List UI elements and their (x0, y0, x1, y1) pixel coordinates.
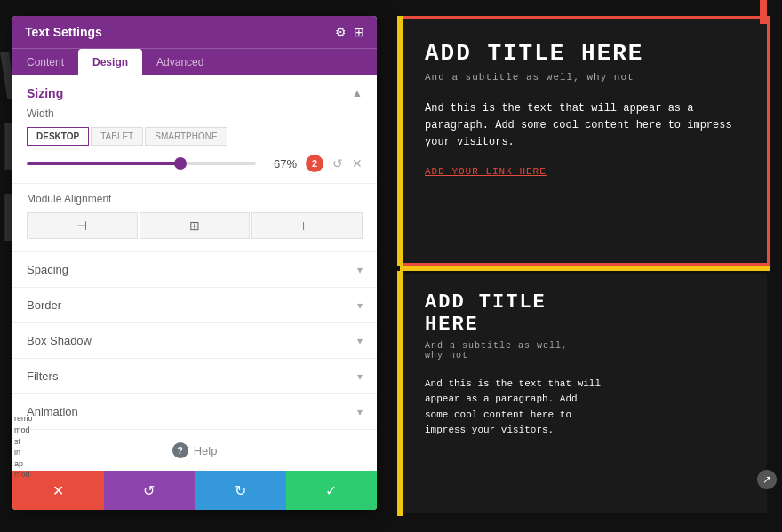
help-label[interactable]: Help (194, 444, 218, 457)
width-label: Width (27, 107, 363, 120)
tab-design[interactable]: Design (78, 49, 142, 75)
bottom-bar: ✕ ↺ ↻ ✓ (12, 471, 377, 510)
spacing-label: Spacing (27, 263, 68, 276)
badge-2: 2 (306, 155, 323, 172)
device-tab-smartphone[interactable]: SMARTPHONE (145, 127, 227, 146)
panel-body: Sizing ▲ Width DESKTOP TABLET SMARTPHONE (12, 75, 377, 471)
undo-button[interactable]: ↺ (104, 471, 196, 510)
card-bottom-title: ADD TITLEHERE (425, 291, 742, 336)
alignment-label: Module Alignment (27, 193, 363, 205)
save-button[interactable]: ✓ (286, 471, 378, 510)
border-label: Border (27, 298, 61, 312)
spacing-section[interactable]: Spacing ▾ (12, 252, 377, 288)
width-slider-row: 67% 2 ↺ ✕ (27, 155, 363, 172)
width-slider-track[interactable] (27, 162, 256, 165)
card-bottom-body: And this is the text that willappear as … (425, 377, 742, 439)
filters-chevron: ▾ (357, 370, 363, 383)
panel-title: Text Settings (25, 25, 102, 39)
device-tab-tablet[interactable]: TABLET (91, 127, 143, 146)
tab-advanced[interactable]: Advanced (142, 49, 218, 75)
sizing-title: Sizing (27, 86, 63, 100)
help-icon[interactable]: ? (172, 442, 188, 458)
clear-icon[interactable]: ✕ (352, 156, 363, 171)
device-tab-desktop[interactable]: DESKTOP (27, 127, 89, 146)
animation-label: Animation (27, 405, 78, 418)
tab-content[interactable]: Content (12, 49, 78, 75)
alignment-buttons: ⊣ ⊞ ⊢ (27, 212, 363, 239)
collapse-icon[interactable]: ⊞ (354, 25, 364, 39)
card-top-subtitle: And a subtitle as well, why not (425, 72, 742, 83)
card-bottom: ADD TITLEHERE And a subtitle as well,why… (400, 271, 770, 517)
filters-section[interactable]: Filters ▾ (12, 359, 377, 394)
box-shadow-section[interactable]: Box Shadow ▾ (12, 323, 377, 359)
card-top: ADD TITLE HERE And a subtitle as well, w… (400, 16, 770, 266)
animation-section[interactable]: Animation ▾ (12, 394, 377, 430)
overlay-text: remomodstinapmod (14, 413, 33, 480)
reset-icon[interactable]: ↺ (332, 156, 343, 171)
border-section[interactable]: Border ▾ (12, 288, 377, 323)
box-shadow-label: Box Shadow (27, 334, 92, 347)
content-area: ADD TITLE HERE And a subtitle as well, w… (400, 16, 770, 516)
module-alignment-section: Module Alignment ⊣ ⊞ ⊢ (12, 184, 377, 252)
box-shadow-chevron: ▾ (357, 335, 363, 347)
settings-icon[interactable]: ⚙ (335, 25, 347, 39)
panel-header: Text Settings ⚙ ⊞ (12, 16, 377, 48)
align-center-button[interactable]: ⊞ (140, 212, 251, 239)
red-bar (760, 0, 767, 24)
animation-chevron: ▾ (357, 406, 363, 418)
card-top-title: ADD TITLE HERE (425, 40, 742, 67)
width-slider-fill (27, 162, 180, 165)
arrow-icon[interactable]: ↗ (757, 470, 777, 489)
width-subsection: Width DESKTOP TABLET SMARTPHONE 67% 2 ↺ (12, 107, 377, 183)
redo-button[interactable]: ↻ (195, 471, 286, 510)
card-top-link[interactable]: ADD YOUR LINK HERE (425, 166, 742, 177)
width-slider-value: 67% (265, 157, 297, 171)
width-slider-thumb[interactable] (174, 157, 187, 170)
sizing-header[interactable]: Sizing ▲ (12, 75, 377, 107)
spacing-chevron: ▾ (357, 264, 363, 276)
filters-label: Filters (27, 369, 58, 383)
card-bottom-subtitle: And a subtitle as well,why not (425, 341, 742, 361)
border-chevron: ▾ (357, 299, 363, 312)
text-settings-panel: Text Settings ⚙ ⊞ Content Design Advance… (12, 16, 377, 510)
sizing-section: Sizing ▲ Width DESKTOP TABLET SMARTPHONE (12, 75, 377, 184)
device-tabs: DESKTOP TABLET SMARTPHONE (27, 127, 363, 146)
sizing-toggle-icon[interactable]: ▲ (352, 87, 363, 99)
align-left-button[interactable]: ⊣ (27, 212, 138, 239)
align-right-button[interactable]: ⊢ (251, 212, 363, 239)
panel-header-icons: ⚙ ⊞ (335, 25, 364, 39)
panel-tabs: Content Design Advanced (12, 48, 377, 75)
help-row: ? Help (12, 430, 377, 471)
card-top-body: And this is the text that will appear as… (425, 100, 742, 152)
